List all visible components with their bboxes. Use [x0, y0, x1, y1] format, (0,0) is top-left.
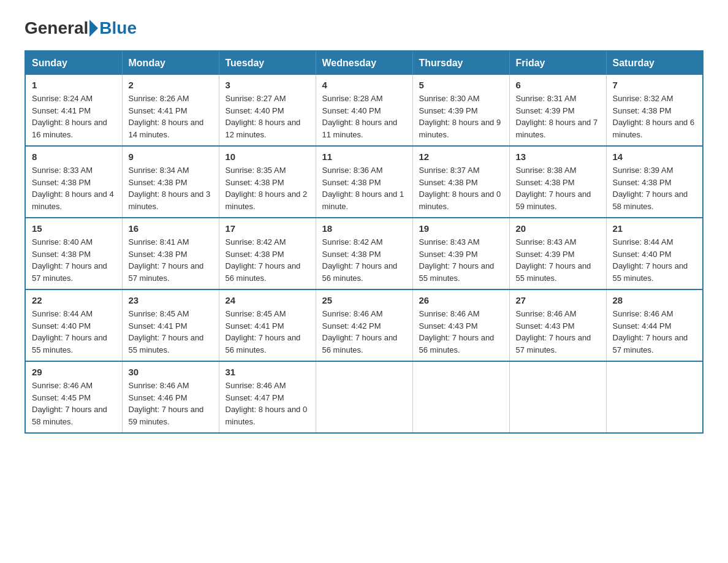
day-info: Sunrise: 8:41 AMSunset: 4:38 PMDaylight:…: [129, 236, 213, 284]
day-number: 23: [129, 295, 213, 305]
day-number: 1: [32, 80, 116, 90]
table-row: 15Sunrise: 8:40 AMSunset: 4:38 PMDayligh…: [25, 218, 122, 289]
day-info: Sunrise: 8:46 AMSunset: 4:46 PMDaylight:…: [129, 380, 213, 427]
day-number: 22: [32, 295, 116, 305]
table-row: 22Sunrise: 8:44 AMSunset: 4:40 PMDayligh…: [25, 289, 122, 361]
table-row: 26Sunrise: 8:46 AMSunset: 4:43 PMDayligh…: [412, 289, 509, 361]
table-row: 17Sunrise: 8:42 AMSunset: 4:38 PMDayligh…: [219, 218, 316, 289]
day-number: 2: [129, 80, 213, 90]
day-info: Sunrise: 8:34 AMSunset: 4:38 PMDaylight:…: [129, 164, 213, 212]
day-number: 7: [613, 80, 697, 90]
calendar-header-row: Sunday Monday Tuesday Wednesday Thursday…: [25, 51, 703, 75]
day-number: 16: [129, 223, 213, 234]
col-monday: Monday: [122, 51, 219, 75]
logo-blue-text: Blue: [99, 18, 137, 38]
table-row: 7Sunrise: 8:32 AMSunset: 4:38 PMDaylight…: [606, 75, 703, 146]
col-sunday: Sunday: [25, 51, 122, 75]
day-info: Sunrise: 8:26 AMSunset: 4:41 PMDaylight:…: [129, 93, 213, 140]
day-info: Sunrise: 8:35 AMSunset: 4:38 PMDaylight:…: [226, 164, 309, 212]
day-number: 28: [613, 295, 697, 305]
day-info: Sunrise: 8:43 AMSunset: 4:39 PMDaylight:…: [419, 236, 503, 284]
day-number: 29: [32, 367, 116, 377]
day-number: 25: [322, 295, 406, 305]
table-row: 11Sunrise: 8:36 AMSunset: 4:38 PMDayligh…: [316, 146, 412, 218]
day-info: Sunrise: 8:27 AMSunset: 4:40 PMDaylight:…: [226, 93, 309, 140]
calendar-week-row: 22Sunrise: 8:44 AMSunset: 4:40 PMDayligh…: [25, 289, 703, 361]
table-row: 31Sunrise: 8:46 AMSunset: 4:47 PMDayligh…: [219, 361, 316, 433]
table-row: 28Sunrise: 8:46 AMSunset: 4:44 PMDayligh…: [606, 289, 703, 361]
day-info: Sunrise: 8:32 AMSunset: 4:38 PMDaylight:…: [613, 93, 697, 140]
table-row: 23Sunrise: 8:45 AMSunset: 4:41 PMDayligh…: [122, 289, 219, 361]
day-info: Sunrise: 8:46 AMSunset: 4:43 PMDaylight:…: [419, 308, 503, 356]
day-number: 11: [322, 151, 406, 162]
day-info: Sunrise: 8:42 AMSunset: 4:38 PMDaylight:…: [322, 236, 406, 284]
day-number: 3: [226, 80, 309, 90]
day-number: 4: [322, 80, 406, 90]
table-row: 24Sunrise: 8:45 AMSunset: 4:41 PMDayligh…: [219, 289, 316, 361]
table-row: 6Sunrise: 8:31 AMSunset: 4:39 PMDaylight…: [509, 75, 606, 146]
table-row: 30Sunrise: 8:46 AMSunset: 4:46 PMDayligh…: [122, 361, 219, 433]
table-row: [316, 361, 412, 433]
day-number: 17: [226, 223, 309, 234]
day-number: 31: [226, 367, 309, 377]
day-number: 5: [419, 80, 503, 90]
day-info: Sunrise: 8:46 AMSunset: 4:47 PMDaylight:…: [226, 380, 309, 427]
day-number: 15: [32, 223, 116, 234]
logo-general-text: General: [25, 18, 88, 38]
logo: General Blue: [25, 18, 137, 38]
day-info: Sunrise: 8:45 AMSunset: 4:41 PMDaylight:…: [226, 308, 309, 356]
col-tuesday: Tuesday: [219, 51, 316, 75]
day-info: Sunrise: 8:36 AMSunset: 4:38 PMDaylight:…: [322, 164, 406, 212]
table-row: 13Sunrise: 8:38 AMSunset: 4:38 PMDayligh…: [509, 146, 606, 218]
day-info: Sunrise: 8:46 AMSunset: 4:42 PMDaylight:…: [322, 308, 406, 356]
day-number: 12: [419, 151, 503, 162]
col-saturday: Saturday: [606, 51, 703, 75]
table-row: 14Sunrise: 8:39 AMSunset: 4:38 PMDayligh…: [606, 146, 703, 218]
day-info: Sunrise: 8:46 AMSunset: 4:43 PMDaylight:…: [516, 308, 600, 356]
day-number: 20: [516, 223, 600, 234]
day-info: Sunrise: 8:28 AMSunset: 4:40 PMDaylight:…: [322, 93, 406, 140]
calendar-week-row: 1Sunrise: 8:24 AMSunset: 4:41 PMDaylight…: [25, 75, 703, 146]
table-row: 18Sunrise: 8:42 AMSunset: 4:38 PMDayligh…: [316, 218, 412, 289]
calendar-table: Sunday Monday Tuesday Wednesday Thursday…: [25, 50, 703, 434]
table-row: 10Sunrise: 8:35 AMSunset: 4:38 PMDayligh…: [219, 146, 316, 218]
table-row: 5Sunrise: 8:30 AMSunset: 4:39 PMDaylight…: [412, 75, 509, 146]
page-header: General Blue: [25, 18, 703, 38]
day-number: 13: [516, 151, 600, 162]
day-number: 14: [613, 151, 697, 162]
day-info: Sunrise: 8:39 AMSunset: 4:38 PMDaylight:…: [613, 164, 697, 212]
col-wednesday: Wednesday: [316, 51, 412, 75]
day-number: 27: [516, 295, 600, 305]
col-thursday: Thursday: [412, 51, 509, 75]
day-number: 26: [419, 295, 503, 305]
day-info: Sunrise: 8:44 AMSunset: 4:40 PMDaylight:…: [32, 308, 116, 356]
logo-arrow-icon: [89, 20, 98, 37]
day-info: Sunrise: 8:30 AMSunset: 4:39 PMDaylight:…: [419, 93, 503, 140]
table-row: 27Sunrise: 8:46 AMSunset: 4:43 PMDayligh…: [509, 289, 606, 361]
day-number: 18: [322, 223, 406, 234]
day-info: Sunrise: 8:45 AMSunset: 4:41 PMDaylight:…: [129, 308, 213, 356]
day-number: 8: [32, 151, 116, 162]
day-number: 19: [419, 223, 503, 234]
table-row: 1Sunrise: 8:24 AMSunset: 4:41 PMDaylight…: [25, 75, 122, 146]
table-row: 16Sunrise: 8:41 AMSunset: 4:38 PMDayligh…: [122, 218, 219, 289]
table-row: 8Sunrise: 8:33 AMSunset: 4:38 PMDaylight…: [25, 146, 122, 218]
calendar-week-row: 8Sunrise: 8:33 AMSunset: 4:38 PMDaylight…: [25, 146, 703, 218]
day-number: 30: [129, 367, 213, 377]
day-info: Sunrise: 8:42 AMSunset: 4:38 PMDaylight:…: [226, 236, 309, 284]
table-row: 12Sunrise: 8:37 AMSunset: 4:38 PMDayligh…: [412, 146, 509, 218]
col-friday: Friday: [509, 51, 606, 75]
day-info: Sunrise: 8:24 AMSunset: 4:41 PMDaylight:…: [32, 93, 116, 140]
table-row: [412, 361, 509, 433]
day-info: Sunrise: 8:33 AMSunset: 4:38 PMDaylight:…: [32, 164, 116, 212]
day-number: 6: [516, 80, 600, 90]
table-row: 4Sunrise: 8:28 AMSunset: 4:40 PMDaylight…: [316, 75, 412, 146]
table-row: 29Sunrise: 8:46 AMSunset: 4:45 PMDayligh…: [25, 361, 122, 433]
day-number: 10: [226, 151, 309, 162]
table-row: 21Sunrise: 8:44 AMSunset: 4:40 PMDayligh…: [606, 218, 703, 289]
day-info: Sunrise: 8:38 AMSunset: 4:38 PMDaylight:…: [516, 164, 600, 212]
table-row: 19Sunrise: 8:43 AMSunset: 4:39 PMDayligh…: [412, 218, 509, 289]
day-info: Sunrise: 8:40 AMSunset: 4:38 PMDaylight:…: [32, 236, 116, 284]
day-info: Sunrise: 8:37 AMSunset: 4:38 PMDaylight:…: [419, 164, 503, 212]
table-row: 20Sunrise: 8:43 AMSunset: 4:39 PMDayligh…: [509, 218, 606, 289]
